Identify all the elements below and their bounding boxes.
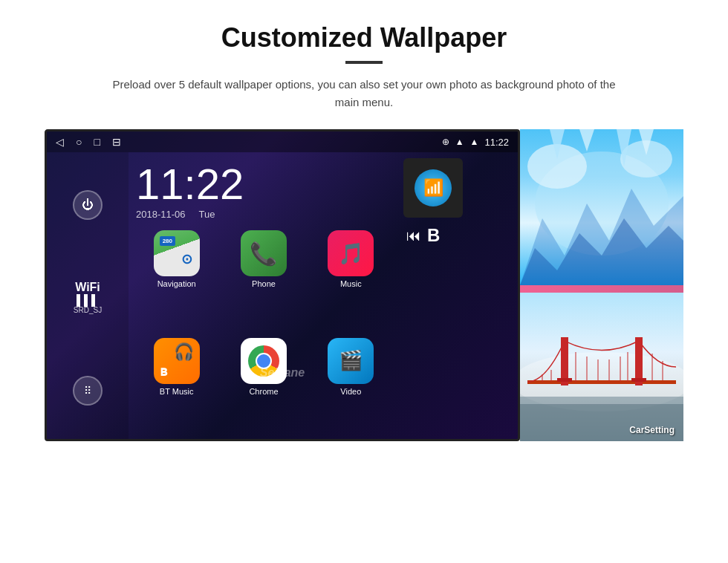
app-item-bt-music[interactable]: 🎧 ʙ BT Music [136, 338, 217, 440]
day-value: Tue [199, 209, 215, 220]
screenshot-icon[interactable]: ⊟ [112, 136, 121, 148]
android-screen: ◁ ○ □ ⊟ ⊕ ▲ ▲ 11:22 ⏻ WiFi [45, 129, 520, 441]
status-bar: ◁ ○ □ ⊟ ⊕ ▲ ▲ 11:22 [47, 131, 518, 152]
back-icon[interactable]: ◁ [56, 136, 64, 148]
center-area: 11:22 2018-11-06 Tue 280 ⊙ [129, 152, 399, 441]
wifi-label: WiFi [74, 281, 102, 294]
nav-label: Navigation [157, 279, 196, 288]
screen-container: ◁ ○ □ ⊟ ⊕ ▲ ▲ 11:22 ⏻ WiFi [45, 129, 683, 441]
signal-inner-icon: 📶 [415, 169, 452, 206]
svg-rect-16 [557, 378, 572, 382]
music-label: Music [340, 279, 362, 288]
page-title: Customized Wallpaper [45, 22, 683, 53]
svg-rect-13 [520, 404, 683, 441]
ice-cave-svg [520, 129, 683, 285]
wifi-status-icon: ▲ [455, 137, 464, 147]
clock-section: 11:22 2018-11-06 Tue [129, 152, 399, 226]
phone-label: Phone [252, 279, 276, 288]
bridge-svg [520, 293, 683, 441]
video-app-icon: 🎬 [328, 338, 374, 384]
prev-icon[interactable]: ⏮ [406, 227, 421, 244]
media-controls: ⏮ B [406, 225, 513, 246]
nav-badge: 280 [160, 236, 175, 246]
app-item-phone[interactable]: 📞 Phone [223, 230, 304, 332]
location-icon: ⊕ [442, 137, 449, 147]
page-wrapper: Customized Wallpaper Preload over 5 defa… [0, 0, 728, 456]
bt-app-icon: 🎧 ʙ [154, 338, 200, 384]
right-media-panel: 📶 ⏮ B [399, 152, 518, 441]
recent-icon[interactable]: □ [94, 136, 100, 148]
pink-divider [520, 285, 683, 293]
b-label: B [427, 225, 440, 246]
signal-icon: ▲ [470, 137, 479, 147]
home-icon[interactable]: ○ [76, 136, 82, 148]
main-content: ⏻ WiFi ▌▌▌ SRD_SJ ⠿ 11:22 2018-11-06 [47, 152, 518, 441]
app-item-navigation[interactable]: 280 ⊙ Navigation [136, 230, 217, 332]
carsetting-label: CarSetting [629, 425, 675, 435]
nav-app-icon: 280 ⊙ [154, 230, 200, 276]
status-right: ⊕ ▲ ▲ 11:22 [442, 137, 509, 148]
page-description: Preload over 5 default wallpaper options… [104, 76, 624, 111]
left-sidebar: ⏻ WiFi ▌▌▌ SRD_SJ ⠿ [47, 152, 129, 441]
app-item-music[interactable]: 🎵 Music [311, 230, 391, 332]
video-label: Video [340, 387, 361, 396]
date-display: 2018-11-06 Tue [136, 209, 391, 220]
media-card: 📶 [403, 158, 463, 218]
wifi-network-name: SRD_SJ [74, 306, 102, 314]
app-item-chrome[interactable]: Chrome [223, 338, 304, 440]
seicane-watermark: Seicane [260, 366, 305, 380]
nav-pointer-icon: ⊙ [181, 251, 192, 267]
bridge-thumbnail: CarSetting [520, 293, 683, 441]
status-left: ◁ ○ □ ⊟ [56, 136, 121, 148]
bt-music-label: BT Music [160, 387, 194, 396]
title-divider [345, 61, 383, 64]
thumbnails-panel: CarSetting [520, 129, 683, 441]
time-display: 11:22 [136, 163, 391, 206]
svg-rect-18 [631, 378, 646, 382]
chrome-label: Chrome [249, 387, 278, 396]
apps-button[interactable]: ⠿ [73, 376, 103, 406]
status-time: 11:22 [484, 137, 509, 148]
media-top: 📶 [403, 158, 513, 218]
wifi-bars-icon: ▌▌▌ [74, 294, 102, 306]
date-value: 2018-11-06 [136, 209, 186, 220]
music-app-icon: 🎵 [328, 230, 374, 276]
app-item-video[interactable]: 🎬 Video [311, 338, 391, 440]
phone-app-icon: 📞 [241, 230, 287, 276]
power-button[interactable]: ⏻ [73, 190, 103, 220]
ice-cave-thumbnail [520, 129, 683, 285]
svg-rect-14 [527, 380, 676, 384]
apps-grid: 280 ⊙ Navigation 📞 Phone [129, 226, 399, 441]
wifi-info: WiFi ▌▌▌ SRD_SJ [74, 281, 102, 314]
